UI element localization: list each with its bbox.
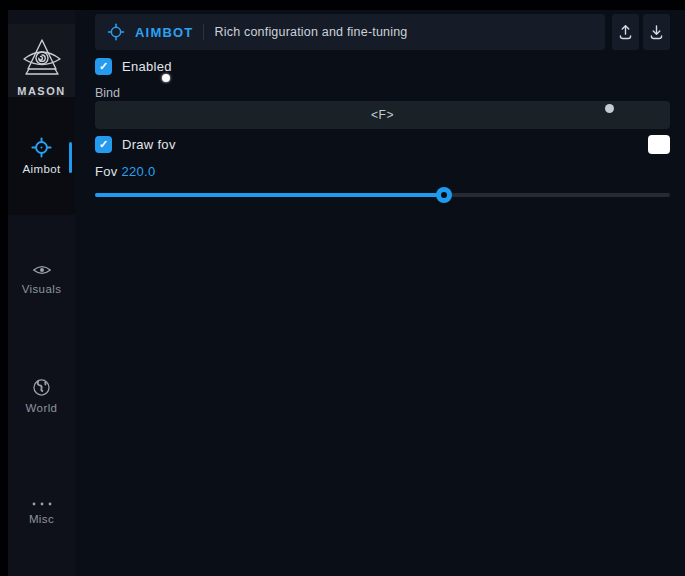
draw-fov-label: Draw fov — [122, 137, 176, 152]
fov-label: Fov — [95, 164, 121, 179]
sidebar-item-misc[interactable]: Misc — [8, 484, 75, 540]
globe-icon — [32, 378, 51, 397]
mason-pyramid-eye-icon — [19, 38, 65, 82]
download-icon — [649, 24, 664, 40]
upload-config-button[interactable] — [612, 14, 639, 50]
fov-slider-fill — [95, 193, 444, 197]
page-subtitle: Rich configuration and fine-tuning — [214, 25, 407, 39]
sidebar-item-aimbot[interactable]: Aimbot — [8, 97, 75, 215]
enabled-checkbox[interactable] — [95, 58, 112, 75]
draw-fov-checkbox[interactable] — [95, 136, 112, 153]
sidebar: MASON Aimbot — [8, 10, 75, 576]
app-window: MASON Aimbot — [0, 0, 685, 576]
ellipsis-icon — [31, 500, 53, 508]
fov-value: 220.0 — [121, 164, 155, 179]
enabled-row: Enabled — [95, 57, 670, 75]
fov-slider[interactable] — [95, 186, 670, 204]
page-title: AIMBOT — [135, 25, 193, 40]
page-header: AIMBOT Rich configuration and fine-tunin… — [95, 14, 605, 50]
sidebar-item-label: World — [26, 402, 58, 414]
brand-logo: MASON — [8, 24, 75, 101]
bind-label: Bind — [95, 86, 120, 100]
sidebar-item-label: Aimbot — [22, 163, 60, 175]
sidebar-item-label: Misc — [29, 513, 54, 525]
fov-label-row: Fov 220.0 — [95, 164, 156, 179]
draw-fov-row: Draw fov — [95, 135, 670, 154]
bind-key-value: <F> — [371, 108, 394, 122]
sidebar-item-label: Visuals — [22, 283, 62, 295]
upload-icon — [618, 24, 633, 40]
main-content: AIMBOT Rich configuration and fine-tunin… — [75, 10, 685, 576]
eye-icon — [32, 262, 52, 278]
header-divider — [203, 24, 204, 40]
crosshair-icon — [31, 137, 52, 158]
fov-color-swatch[interactable] — [648, 135, 670, 154]
active-accent-bar — [69, 142, 72, 173]
bind-key-field[interactable]: <F> — [95, 101, 670, 129]
download-config-button[interactable] — [643, 14, 670, 50]
fov-slider-thumb[interactable] — [436, 187, 452, 203]
crosshair-icon — [107, 23, 125, 41]
enabled-label: Enabled — [122, 59, 172, 74]
sidebar-item-world[interactable]: World — [8, 368, 75, 424]
sidebar-item-visuals[interactable]: Visuals — [8, 250, 75, 306]
brand-name: MASON — [17, 85, 65, 97]
